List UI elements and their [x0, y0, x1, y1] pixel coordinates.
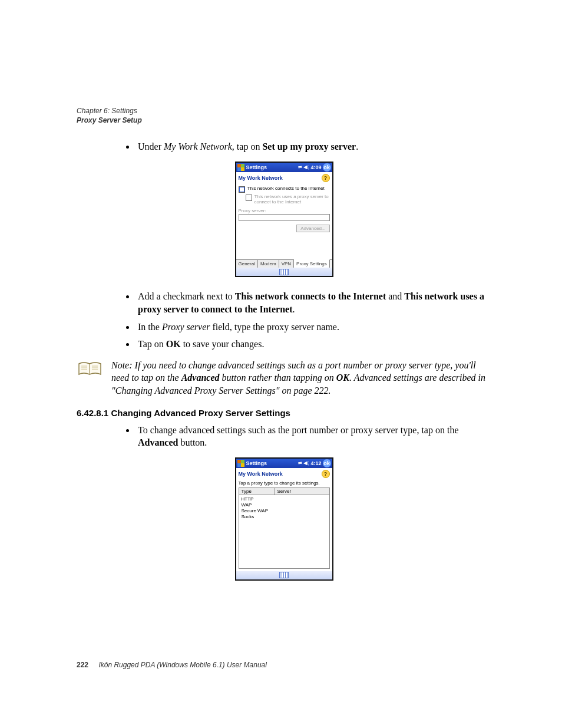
header-section: Proxy Server Setup: [77, 116, 491, 125]
checkbox-connects-internet[interactable]: [239, 186, 245, 193]
pda-titlebar: Settings ⇄ ◀ξ 4:12 ok: [236, 459, 332, 468]
instruction-text: Tap a proxy type to change its settings.: [239, 480, 330, 486]
list-item[interactable]: Socks: [242, 514, 327, 520]
titlebar-time: 4:09: [310, 164, 321, 170]
header-chapter: Chapter 6: Settings: [77, 106, 491, 116]
tab-vpn[interactable]: VPN: [279, 260, 294, 268]
list-item[interactable]: WAP: [242, 502, 327, 508]
connectivity-icon: ⇄: [298, 164, 302, 170]
tab-general[interactable]: General: [236, 260, 258, 268]
titlebar-title: Settings: [246, 460, 267, 466]
keyboard-icon[interactable]: [279, 572, 289, 578]
titlebar-time: 4:12: [310, 460, 321, 466]
checkbox-label-1: This network connects to the Internet: [247, 186, 325, 191]
bullet-mid-1: Add a checkmark next to This network con…: [135, 290, 491, 315]
book-icon: [77, 360, 103, 381]
screenshot-advanced-proxy: Settings ⇄ ◀ξ 4:12 ok My Work Network ? …: [235, 457, 333, 581]
checkbox-label-2: This network uses a proxy server to conn…: [254, 194, 330, 205]
proxy-list: HTTP WAP Secure WAP Socks: [239, 495, 330, 569]
proxy-list-header: Type Server: [239, 487, 330, 495]
page-number: 222: [77, 661, 88, 669]
bullet-mid-3: Tap on OK to save your changes.: [135, 338, 491, 351]
start-icon: [237, 460, 244, 467]
note-text: Note: If you need to change advanced set…: [111, 359, 491, 397]
keyboard-icon[interactable]: [279, 269, 289, 275]
tab-modem[interactable]: Modem: [258, 260, 279, 268]
footer-text: Ikôn Rugged PDA (Windows Mobile 6.1) Use…: [98, 661, 267, 669]
checkbox-uses-proxy[interactable]: [246, 195, 252, 201]
volume-icon: ◀ξ: [303, 164, 309, 170]
list-item[interactable]: HTTP: [242, 496, 327, 502]
bullet-top-1: Under My Work Network, tap on Set up my …: [135, 140, 491, 153]
start-icon: [237, 164, 244, 171]
bullet-mid-2: In the Proxy server field, type the prox…: [135, 321, 491, 334]
tab-proxy-settings[interactable]: Proxy Settings: [294, 259, 330, 268]
connectivity-icon: ⇄: [298, 460, 302, 466]
page-footer: 222 Ikôn Rugged PDA (Windows Mobile 6.1)…: [77, 661, 267, 669]
help-icon[interactable]: ?: [322, 174, 330, 182]
note-block: Note: If you need to change advanced set…: [77, 359, 491, 397]
screen-title: My Work Network: [239, 471, 283, 477]
column-type[interactable]: Type: [239, 487, 275, 495]
help-icon[interactable]: ?: [322, 470, 330, 478]
pda-titlebar: Settings ⇄ ◀ξ 4:09 ok: [236, 163, 332, 172]
bullet-bot-1: To change advanced settings such as the …: [135, 424, 491, 449]
proxy-server-label: Proxy server:: [239, 208, 330, 213]
column-server[interactable]: Server: [275, 487, 330, 495]
advanced-button[interactable]: Advanced...: [296, 225, 329, 232]
section-heading: 6.42.8.1 Changing Advanced Proxy Server …: [77, 408, 491, 418]
ok-button[interactable]: ok: [323, 163, 331, 172]
volume-icon: ◀ξ: [303, 460, 309, 466]
screenshot-proxy-settings: Settings ⇄ ◀ξ 4:09 ok My Work Network ? …: [235, 162, 333, 277]
tab-bar: General Modem VPN Proxy Settings: [236, 259, 332, 268]
list-item[interactable]: Secure WAP: [242, 508, 327, 514]
proxy-server-input[interactable]: [239, 214, 330, 221]
titlebar-title: Settings: [246, 164, 267, 170]
screen-title: My Work Network: [239, 175, 283, 181]
running-header: Chapter 6: Settings Proxy Server Setup: [77, 106, 491, 125]
ok-button[interactable]: ok: [323, 459, 331, 467]
